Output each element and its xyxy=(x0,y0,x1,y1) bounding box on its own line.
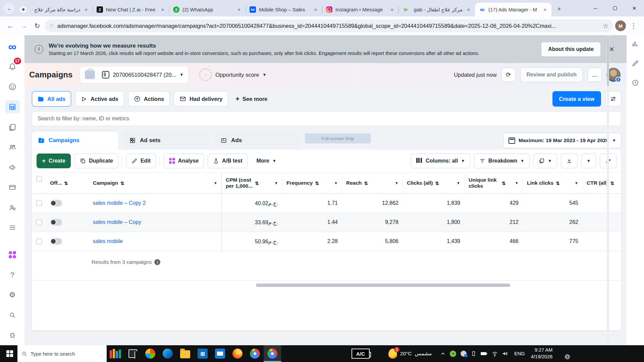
tab-close-icon[interactable]: × xyxy=(389,7,395,13)
file-explorer-icon[interactable] xyxy=(176,345,194,362)
close-window-button[interactable]: ✕ xyxy=(625,0,644,16)
tab-close-icon[interactable]: × xyxy=(313,7,319,13)
filter-actions[interactable]: Actions xyxy=(128,91,170,107)
report-bug-icon[interactable] xyxy=(5,329,20,342)
create-a-view-button[interactable]: Create a view xyxy=(552,91,601,107)
phone-link-icon[interactable] xyxy=(471,351,476,357)
tab-ad-sets[interactable]: Ad sets xyxy=(123,131,210,149)
chrome-browser-active-icon[interactable] xyxy=(264,345,281,362)
address-bar[interactable]: ⁙ adsmanager.facebook.com/adsmanager/man… xyxy=(45,19,613,32)
edit-button[interactable]: Edit xyxy=(126,154,156,168)
antivirus-tray-icon[interactable]: + xyxy=(450,351,456,357)
review-and-publish-button[interactable]: Review and publish xyxy=(520,67,583,82)
column-header-clicks[interactable]: Clicks (all)⇅ ▼ xyxy=(402,173,464,193)
taskbar-search[interactable]: Type here to search xyxy=(17,345,107,362)
select-all-checkbox[interactable] xyxy=(36,176,42,182)
create-button[interactable]: + Create xyxy=(37,154,71,168)
start-button[interactable] xyxy=(2,345,17,362)
tray-expand-chevron-icon[interactable] xyxy=(440,351,445,356)
export-button[interactable] xyxy=(561,154,578,168)
column-header-ctr[interactable]: CTR (all)⇅ xyxy=(582,173,621,193)
column-header-frequency[interactable]: Frequency⇅ ▼ xyxy=(282,173,342,193)
maximize-button[interactable] xyxy=(605,0,625,16)
language-indicator[interactable]: ENG xyxy=(514,351,525,356)
browser-profile-avatar[interactable]: M xyxy=(615,20,626,31)
filter-had-delivery[interactable]: Had delivery xyxy=(174,91,228,107)
new-tab-button[interactable]: + xyxy=(554,4,564,14)
notifications-bell-icon[interactable]: 17 xyxy=(5,60,20,73)
search-filter-input[interactable] xyxy=(38,116,615,122)
tab-campaigns[interactable]: Campaigns xyxy=(32,131,118,149)
taskbar-clock[interactable]: 9:27 AM 4/19/2026 xyxy=(531,347,553,360)
column-header-link-clicks[interactable]: Link clicks⇅ ▼ xyxy=(523,173,582,193)
audiences-icon[interactable] xyxy=(5,140,20,154)
campaign-name-link[interactable]: sales mobile – Copy xyxy=(93,219,141,225)
chevron-down-icon[interactable]: ▼ xyxy=(457,181,460,185)
campaign-name-link[interactable]: sales mobile – Copy 2 xyxy=(93,200,146,206)
mail-app-icon[interactable] xyxy=(211,345,229,362)
ads-promotion-icon[interactable] xyxy=(5,161,20,174)
notification-center-icon[interactable]: 5 xyxy=(558,349,569,359)
horizontal-scrollbar[interactable] xyxy=(256,284,510,287)
row-checkbox[interactable] xyxy=(36,220,42,225)
browser-tab-instagram[interactable]: Instagram • Message × xyxy=(322,3,398,16)
analyse-button[interactable]: Analyse xyxy=(164,154,204,168)
library-app-icon[interactable] xyxy=(107,345,124,362)
opportunity-score[interactable]: -- Opportunity score ▼ xyxy=(199,68,266,81)
more-options-button[interactable]: ... xyxy=(588,68,602,82)
ads-manager-nav-icon[interactable] xyxy=(5,100,20,113)
more-button[interactable]: More ▼ xyxy=(251,154,281,168)
chrome-browser-icon[interactable] xyxy=(246,345,264,362)
browser-tab-behance[interactable]: Bē Mobile Shop – Sales × xyxy=(246,3,322,16)
battery-icon[interactable] xyxy=(481,351,487,356)
breakdown-button[interactable]: Breakdown ▼ xyxy=(474,154,530,168)
tab-close-icon[interactable]: × xyxy=(160,7,166,13)
column-header-reach[interactable]: Reach⇅ ▼ xyxy=(342,173,402,193)
advantage-plus-icon[interactable] xyxy=(5,248,20,261)
reports-button[interactable]: ▼ xyxy=(533,154,557,168)
browser-tab-whatsapp[interactable]: 2 (2) WhatsApp × xyxy=(169,3,246,16)
back-button[interactable]: ← xyxy=(5,20,16,32)
refresh-button[interactable]: ⟳ xyxy=(501,68,516,82)
business-settings-icon[interactable] xyxy=(5,201,20,214)
task-view-icon[interactable] xyxy=(124,345,142,362)
duplicate-button[interactable]: Duplicate xyxy=(74,154,118,168)
chevron-down-icon[interactable]: ▼ xyxy=(575,181,578,185)
filter-active-ads[interactable]: Active ads xyxy=(75,91,124,107)
campaign-name-link[interactable]: sales mobile xyxy=(93,238,123,244)
reload-button[interactable]: ↻ xyxy=(32,20,43,32)
browser-tab-ads-manager[interactable]: ∞ (17) Ads Manager - M × xyxy=(475,3,551,16)
edit-pencil-icon[interactable] xyxy=(629,57,641,69)
campaign-toggle[interactable] xyxy=(50,238,62,245)
campaign-toggle[interactable] xyxy=(50,200,62,206)
wifi-icon[interactable] xyxy=(492,351,498,356)
billing-icon[interactable] xyxy=(5,181,20,194)
pinwheel-app-icon[interactable] xyxy=(142,345,159,362)
column-header-cpm[interactable]: CPM (costper 1,000... ⇅ ▼ xyxy=(221,173,282,193)
insights-chart-icon[interactable] xyxy=(629,38,641,50)
about-this-update-button[interactable]: About this update xyxy=(541,42,601,57)
all-tools-menu-icon[interactable] xyxy=(5,221,20,234)
vertical-scrollbar[interactable] xyxy=(607,35,609,345)
pages-icon[interactable] xyxy=(5,120,20,133)
browser-menu-icon[interactable]: ⋮ xyxy=(628,20,639,32)
search-tool-icon[interactable] xyxy=(5,309,20,322)
weather-widget[interactable]: 1 20°C مشمس xyxy=(388,349,432,359)
tab-close-icon[interactable]: × xyxy=(466,7,472,13)
see-more-filters[interactable]: + See more xyxy=(232,95,271,103)
filter-all-ads[interactable]: All ads xyxy=(32,91,71,107)
onedrive-tray-icon[interactable] xyxy=(461,351,467,357)
chevron-down-icon[interactable]: ▼ xyxy=(334,181,338,185)
history-clock-icon[interactable] xyxy=(629,77,641,89)
row-checkbox[interactable] xyxy=(36,239,42,244)
date-range-picker[interactable]: Maximum: 19 Mar 2023 - 19 Apr 2026 ▼ xyxy=(503,133,621,148)
tab-close-icon[interactable]: × xyxy=(236,7,242,13)
minimize-button[interactable]: ─ xyxy=(586,0,605,16)
bookmark-star-icon[interactable]: ☆ xyxy=(603,22,608,30)
edge-browser-icon[interactable] xyxy=(159,345,176,362)
chevron-down-icon[interactable]: ▼ xyxy=(214,181,217,185)
ab-test-button[interactable]: A/B test xyxy=(208,154,248,168)
firefox-browser-icon[interactable] xyxy=(229,345,246,362)
chevron-down-icon[interactable]: ▼ xyxy=(395,181,398,185)
column-header-off[interactable]: Off...⇅ xyxy=(46,173,89,193)
